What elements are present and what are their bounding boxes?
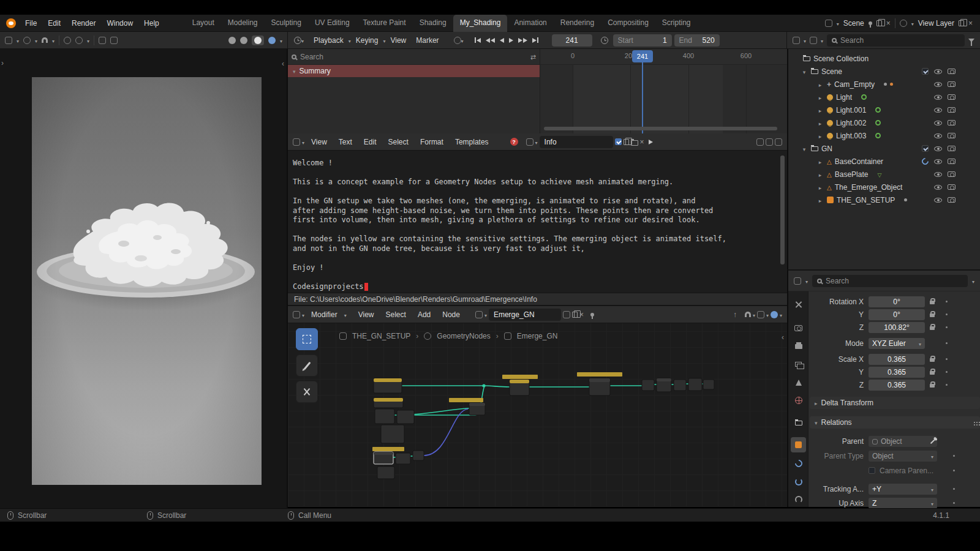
hide-icon[interactable]	[934, 95, 942, 100]
text-editor-scrollbar[interactable]	[780, 156, 785, 264]
fake-user-shield-icon[interactable]	[563, 311, 570, 318]
camera-parent-checkbox[interactable]	[869, 467, 875, 474]
pin-icon[interactable]	[590, 313, 594, 317]
hide-icon[interactable]	[934, 185, 942, 190]
disable-render-icon[interactable]	[948, 69, 956, 74]
text-line[interactable]: In the GN setup we take two meshes (one,…	[293, 197, 787, 206]
exclude-checkbox-icon[interactable]	[922, 68, 929, 75]
hide-icon[interactable]	[934, 69, 942, 74]
disable-render-icon[interactable]	[948, 81, 956, 87]
disable-render-icon[interactable]	[948, 171, 956, 177]
disable-render-icon[interactable]	[948, 159, 956, 164]
hide-icon[interactable]	[934, 159, 942, 164]
outliner-row-light[interactable]: Light	[788, 91, 980, 103]
outliner-row-scene-collection[interactable]: Scene Collection	[788, 52, 980, 65]
node-tree-type-caret-icon[interactable]	[344, 310, 347, 319]
auto-key-caret-icon[interactable]	[461, 36, 464, 45]
expand-icon[interactable]	[816, 119, 824, 127]
shading-wireframe-icon[interactable]	[228, 37, 236, 44]
annotate-icon[interactable]	[99, 37, 106, 44]
parent-type-dropdown[interactable]: Object	[869, 451, 937, 462]
shading-rendered-icon[interactable]	[268, 37, 276, 44]
workspace-tab-compositing[interactable]: Compositing	[601, 15, 655, 32]
play-button[interactable]	[507, 34, 516, 47]
animate-dot-icon[interactable]	[946, 358, 948, 360]
collapse-icon[interactable]	[293, 67, 296, 75]
animate-dot-icon[interactable]	[953, 488, 955, 490]
invert-filter-icon[interactable]	[530, 53, 536, 61]
menu-marker[interactable]: Marker	[411, 36, 443, 45]
scene-pin-icon[interactable]	[869, 21, 872, 25]
tool-tab[interactable]	[791, 297, 806, 312]
physics-tab[interactable]	[791, 474, 806, 489]
delta-transform-section[interactable]: Delta Transform	[810, 397, 980, 409]
view-layer-tab[interactable]	[791, 356, 806, 372]
properties-editor-caret-icon[interactable]	[805, 277, 808, 285]
menu-keying[interactable]: Keying	[351, 36, 383, 45]
disable-render-icon[interactable]	[948, 133, 956, 138]
menu-select[interactable]: Select	[383, 138, 413, 146]
object-tab[interactable]	[791, 437, 806, 452]
snap-icon[interactable]	[745, 312, 751, 317]
hide-icon[interactable]	[934, 146, 942, 151]
frame-ruler[interactable]: 0 200 400 600	[540, 49, 787, 65]
text-line[interactable]	[293, 187, 787, 197]
animate-dot-icon[interactable]	[953, 470, 955, 471]
menu-add[interactable]: Add	[413, 310, 435, 319]
parent-tree-icon[interactable]	[733, 310, 737, 319]
lock-icon[interactable]	[930, 358, 935, 362]
shading-material-icon[interactable]	[254, 37, 262, 44]
expand-icon[interactable]	[816, 106, 824, 114]
node-datablock-caret-icon[interactable]	[484, 310, 487, 319]
new-text-icon[interactable]	[624, 139, 629, 145]
proportional-edit-icon[interactable]	[64, 37, 71, 44]
text-line[interactable]: and not in the GN node tree, because it …	[293, 244, 787, 254]
channel-search-input[interactable]: Search	[300, 53, 527, 61]
animate-dot-icon[interactable]	[946, 301, 948, 302]
hide-icon[interactable]	[934, 121, 942, 126]
scale-z-field[interactable]: 0.365	[869, 380, 925, 391]
expand-icon[interactable]	[816, 170, 824, 179]
scale-x-field[interactable]: 0.365	[869, 354, 925, 365]
lock-icon[interactable]	[930, 384, 935, 388]
workspace-tab-layout[interactable]: Layout	[186, 15, 221, 32]
menu-help[interactable]: Help	[138, 15, 165, 32]
text-name-field[interactable]: Info	[540, 136, 613, 148]
workspace-tab-my-shading[interactable]: My_Shading	[453, 15, 508, 32]
viewport-render-area[interactable]	[0, 49, 288, 508]
editor-type-caret-icon[interactable]	[17, 36, 19, 45]
animate-dot-icon[interactable]	[953, 502, 955, 504]
animate-dot-icon[interactable]	[946, 326, 948, 328]
animate-dot-icon[interactable]	[946, 371, 948, 373]
snap-icon[interactable]	[42, 37, 48, 43]
menu-text[interactable]: Text	[334, 138, 357, 146]
use-preview-range-icon[interactable]	[601, 37, 608, 44]
render-tab[interactable]	[791, 320, 806, 335]
parent-object-field[interactable]: Object	[869, 436, 937, 447]
scene-browse-caret-icon[interactable]	[837, 19, 839, 28]
playhead[interactable]	[642, 62, 643, 133]
expand-icon[interactable]	[816, 93, 824, 102]
jump-to-end-button[interactable]	[530, 34, 541, 47]
disable-render-icon[interactable]	[948, 94, 956, 100]
word-wrap-icon[interactable]	[766, 138, 773, 146]
text-line[interactable]: The nodes in yellow are containing the s…	[293, 234, 787, 244]
outliner-row-light-002[interactable]: Light.002	[788, 116, 980, 129]
constraints-tab[interactable]	[791, 492, 806, 507]
text-line[interactable]	[293, 225, 787, 235]
timeline-horizontal-scrollbar[interactable]	[544, 127, 777, 130]
line-numbers-icon[interactable]	[756, 138, 764, 146]
properties-editor-icon[interactable]	[794, 277, 801, 285]
timeline-editor-caret-icon[interactable]	[301, 36, 304, 45]
view-layer-caret-icon[interactable]	[911, 19, 914, 28]
snap-caret-icon[interactable]	[52, 36, 55, 45]
text-datablock-caret-icon[interactable]	[535, 138, 538, 146]
display-mode-caret-icon[interactable]	[821, 36, 823, 45]
overlay-caret-icon[interactable]	[780, 310, 782, 319]
relations-section[interactable]: Relations	[810, 416, 980, 429]
expand-icon[interactable]	[801, 144, 808, 153]
outliner-row-scene[interactable]: Scene	[788, 65, 980, 78]
copy-node-tree-icon[interactable]	[572, 312, 578, 318]
menu-playback[interactable]: Playback	[309, 36, 349, 45]
disable-render-icon[interactable]	[948, 184, 956, 190]
